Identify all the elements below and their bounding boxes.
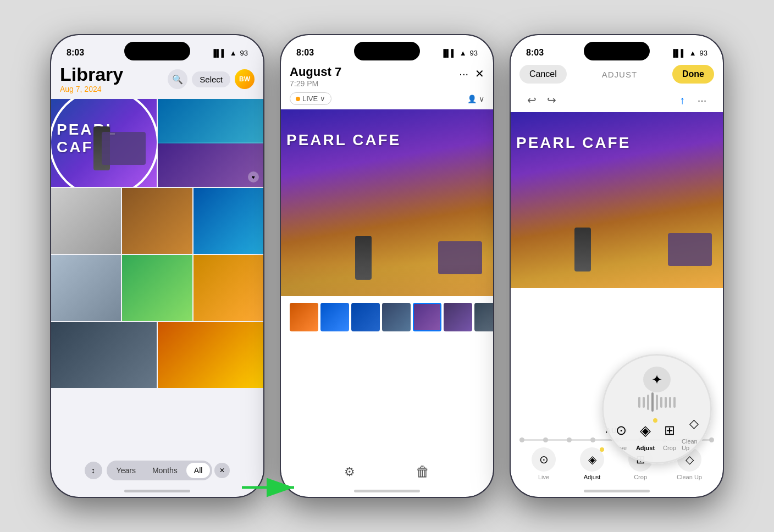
photo-cell-7[interactable] xyxy=(122,255,192,321)
live-dot xyxy=(296,97,300,101)
circle-bottom-tools: ⊙ Live ◈ Adjust ⊞ xyxy=(609,412,705,455)
detail-meta: LIVE ∨ 👤 ∨ xyxy=(281,92,493,109)
undo-button[interactable]: ↩ xyxy=(522,90,541,110)
edit-sliders-button[interactable]: ⚙ xyxy=(344,465,355,479)
adjust-tool[interactable]: ◈ Adjust xyxy=(580,447,604,480)
select-button[interactable]: Select xyxy=(192,71,230,87)
slider-pip xyxy=(651,392,654,412)
months-tab[interactable]: Months xyxy=(145,463,185,478)
thumbnail-strip xyxy=(281,296,493,338)
detail-header-right: ··· ✕ xyxy=(459,65,484,80)
thumb-1[interactable] xyxy=(290,303,318,331)
photo-cell-6[interactable] xyxy=(51,255,121,321)
live-label: LIVE xyxy=(302,95,318,103)
live-badge[interactable]: LIVE ∨ xyxy=(290,92,331,105)
search-button[interactable]: 🔍 xyxy=(168,69,187,89)
thumb-2[interactable] xyxy=(320,303,349,331)
circle-adjust-tool[interactable]: ◈ Adjust xyxy=(633,418,657,451)
done-button[interactable]: Done xyxy=(672,65,714,84)
all-tab[interactable]: All xyxy=(186,463,211,478)
photo-overlay xyxy=(281,263,493,296)
signal-icon-1: ▐▌▌ xyxy=(211,49,226,57)
avatar-button[interactable]: BW xyxy=(235,69,255,89)
battery-icon-3: 93 xyxy=(700,49,707,57)
thumb-3[interactable] xyxy=(351,303,380,331)
circle-adjust-wrap: ◈ xyxy=(633,418,657,442)
photo-row-2 xyxy=(51,188,263,254)
circle-cleanup-icon: ◇ xyxy=(682,412,706,436)
library-date: Aug 7, 2024 xyxy=(60,85,123,93)
photo-cell-8[interactable] xyxy=(194,255,263,321)
circle-cleanup-tool[interactable]: ◇ Clean Up xyxy=(682,412,706,451)
wand-icon[interactable]: ✦ xyxy=(643,367,671,392)
library-title: Library xyxy=(60,65,123,84)
circle-crop-tool[interactable]: ⊞ Crop xyxy=(657,418,682,451)
share-button[interactable]: ↑ xyxy=(672,90,692,110)
circle-adjust-dot xyxy=(653,418,657,423)
home-indicator-3 xyxy=(584,490,650,492)
slider-pip xyxy=(656,395,658,410)
edit-top-bar: Cancel ADJUST Done xyxy=(511,63,723,88)
scene: 8:03 ▐▌▌ ▲ 93 Library Aug 7, 2024 🔍 xyxy=(0,0,774,532)
pearl-cafe-label-edit: PEARL CAFE xyxy=(516,134,631,152)
years-tab[interactable]: Years xyxy=(109,463,143,478)
more-button[interactable]: ··· xyxy=(459,68,468,80)
photo-cell-5[interactable] xyxy=(194,188,263,254)
photo-cell-1[interactable]: PEARL CAF xyxy=(51,99,157,187)
circle-live-label: Live xyxy=(616,445,627,451)
detail-toolbar: ⚙ 🗑 xyxy=(281,463,493,480)
thumb-5[interactable] xyxy=(413,303,441,331)
detail-header: August 7 7:29 PM ··· ✕ xyxy=(281,63,493,92)
thumb-4[interactable] xyxy=(382,303,411,331)
redo-button[interactable]: ↪ xyxy=(541,90,561,110)
photo-cell-3[interactable] xyxy=(51,188,121,254)
edit-photo: PEARL CAFE xyxy=(511,112,723,288)
slider-pip xyxy=(660,397,662,408)
photo-cell-2[interactable]: ♥ xyxy=(158,99,263,187)
slider-pip xyxy=(638,397,640,408)
circle-slider xyxy=(638,392,676,412)
adjust-label: ADJUST xyxy=(602,70,637,79)
battery-icon-1: 93 xyxy=(240,49,248,57)
status-time-1: 8:03 xyxy=(67,48,84,58)
circle-live-tool[interactable]: ⊙ Live xyxy=(609,418,633,451)
more-edit-button[interactable]: ··· xyxy=(692,90,712,110)
thumb-6[interactable] xyxy=(444,303,472,331)
photo-row-3 xyxy=(51,255,263,321)
photo-cell-9[interactable] xyxy=(51,322,157,388)
live-tool-label: Live xyxy=(538,474,549,480)
phone3-screen: 8:03 ▐▌▌ ▲ 93 Cancel ADJUST Done ↩ xyxy=(511,35,723,497)
adjust-tool-label: Adjust xyxy=(584,474,601,480)
dynamic-island-1 xyxy=(124,42,190,60)
status-icons-3: ▐▌▌ ▲ 93 xyxy=(671,49,707,57)
green-arrow xyxy=(236,474,302,501)
thumb-7[interactable] xyxy=(474,303,493,331)
slider-pip xyxy=(673,397,676,408)
photo-cell-10[interactable] xyxy=(158,322,263,388)
phone-edit: 8:03 ▐▌▌ ▲ 93 Cancel ADJUST Done ↩ xyxy=(510,34,724,498)
cancel-button[interactable]: Cancel xyxy=(519,65,567,84)
status-time-3: 8:03 xyxy=(526,48,544,58)
wifi-icon-2: ▲ xyxy=(460,49,467,57)
edit-action-bar: ↩ ↪ ↑ ··· xyxy=(511,88,723,112)
magnifier-inner: ✦ xyxy=(604,356,710,462)
slider-dot xyxy=(519,437,524,442)
slider-pip xyxy=(647,395,649,410)
dynamic-island-2 xyxy=(354,42,420,60)
close-button[interactable]: ✕ xyxy=(475,67,484,80)
phone-detail: 8:03 ▐▌▌ ▲ 93 August 7 7:29 PM ··· xyxy=(280,34,494,498)
circle-adjust-label: Adjust xyxy=(636,445,655,451)
photo-row-1: PEARL CAF ♥ xyxy=(51,99,263,187)
people-button[interactable]: 👤 ∨ xyxy=(467,95,484,103)
slider-dot xyxy=(543,437,548,442)
sort-button[interactable]: ↕ xyxy=(85,462,102,479)
status-time-2: 8:03 xyxy=(296,48,314,58)
signal-icon-3: ▐▌▌ xyxy=(671,49,686,57)
circle-cleanup-label: Clean Up xyxy=(682,438,706,451)
live-tool[interactable]: ⊙ Live xyxy=(532,447,556,480)
battery-icon-2: 93 xyxy=(470,49,478,57)
adjust-tool-icon: ◈ xyxy=(580,447,604,472)
delete-button[interactable]: 🗑 xyxy=(416,463,430,480)
photo-cell-4[interactable] xyxy=(122,188,192,254)
filter-close-button[interactable]: ✕ xyxy=(214,463,230,478)
